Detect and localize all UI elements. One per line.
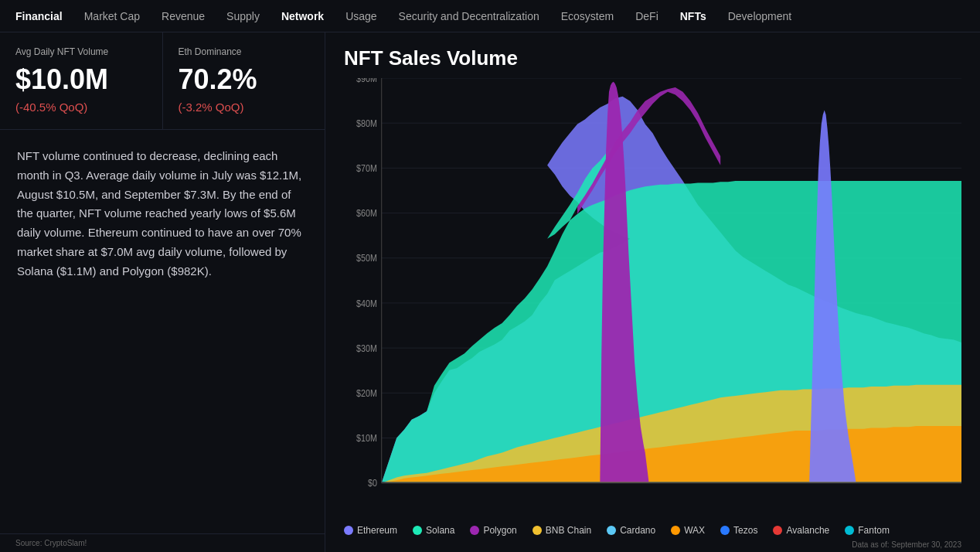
svg-text:Sep-2023: Sep-2023	[906, 490, 938, 500]
legend-label-tezos: Tezos	[733, 525, 757, 536]
nft-volume-label: Avg Daily NFT Volume	[15, 46, 147, 57]
nav-item-security[interactable]: Security and Decentralization	[399, 10, 539, 22]
svg-text:Jun-2023: Jun-2023	[748, 490, 780, 500]
svg-text:Jan-2023: Jan-2023	[538, 490, 570, 500]
legend-label-cardano: Cardano	[620, 525, 655, 536]
description-panel: NFT volume continued to decrease, declin…	[0, 130, 325, 533]
legend-dot-tezos	[720, 526, 730, 535]
legend-item-fantom: Fantom	[845, 525, 890, 536]
main-layout: Avg Daily NFT Volume $10.0M (-40.5% QoQ)…	[0, 32, 980, 552]
legend-dot-ethereum	[344, 526, 353, 535]
svg-text:$70M: $70M	[356, 162, 377, 174]
svg-text:Dec-2022: Dec-2022	[485, 490, 517, 500]
legend-label-avalanche: Avalanche	[786, 525, 829, 536]
legend-dot-polygon	[470, 526, 479, 535]
nav-item-network[interactable]: Network	[281, 10, 324, 22]
svg-text:$0: $0	[368, 477, 377, 489]
right-panel: NFT Sales Volume	[325, 32, 980, 552]
data-asof: Data as of: September 30, 2023	[344, 540, 961, 552]
legend-item-tezos: Tezos	[720, 525, 757, 536]
nft-volume-change: (-40.5% QoQ)	[15, 101, 147, 114]
legend-item-bnbchain: BNB Chain	[533, 525, 591, 536]
eth-dominance-change: (-3.2% QoQ)	[179, 101, 310, 114]
svg-text:Mar-2023: Mar-2023	[642, 490, 675, 500]
nav-item-usage[interactable]: Usage	[345, 10, 376, 22]
legend-dot-bnbchain	[533, 526, 542, 535]
legend-item-avalanche: Avalanche	[773, 525, 829, 536]
svg-text:$50M: $50M	[356, 252, 377, 264]
svg-text:$30M: $30M	[356, 342, 377, 354]
legend-dot-avalanche	[773, 526, 782, 535]
legend-dot-solana	[413, 526, 422, 535]
svg-text:Feb-2023: Feb-2023	[590, 490, 622, 500]
chart-area: $90M $80M $70M $60M $50M $40M $30M $20M …	[344, 78, 961, 519]
nav-item-supply[interactable]: Supply	[226, 10, 260, 22]
svg-text:$90M: $90M	[356, 78, 377, 84]
svg-text:Aug-2023: Aug-2023	[853, 490, 886, 500]
metric-card-eth-dominance: Eth Dominance 70.2% (-3.2% QoQ)	[163, 32, 325, 129]
legend-dot-fantom	[845, 526, 854, 535]
svg-text:$60M: $60M	[356, 207, 377, 219]
nav-item-financial[interactable]: Financial	[15, 10, 63, 22]
legend-item-cardano: Cardano	[607, 525, 655, 536]
legend-dot-cardano	[607, 526, 616, 535]
nav-item-defi[interactable]: DeFi	[635, 10, 658, 22]
nft-sales-chart: $90M $80M $70M $60M $50M $40M $30M $20M …	[344, 78, 961, 519]
svg-text:Apr-2023: Apr-2023	[696, 490, 726, 500]
nav-item-marketcap[interactable]: Market Cap	[84, 10, 140, 22]
legend-item-wax: WAX	[671, 525, 705, 536]
svg-text:Jul-2023: Jul-2023	[802, 490, 831, 500]
svg-text:$10M: $10M	[356, 432, 377, 444]
legend-label-bnbchain: BNB Chain	[546, 525, 591, 536]
source-label: Source: CryptoSlam!	[0, 533, 325, 552]
metric-card-nft-volume: Avg Daily NFT Volume $10.0M (-40.5% QoQ)	[0, 32, 163, 129]
nav-item-ecosystem[interactable]: Ecosystem	[561, 10, 614, 22]
legend-label-ethereum: Ethereum	[357, 525, 397, 536]
legend-label-solana: Solana	[426, 525, 454, 536]
nav-item-nfts[interactable]: NFTs	[680, 10, 706, 22]
legend-label-fantom: Fantom	[858, 525, 890, 536]
svg-text:$20M: $20M	[356, 387, 377, 399]
nav-item-revenue[interactable]: Revenue	[162, 10, 205, 22]
legend-label-polygon: Polygon	[483, 525, 516, 536]
legend-label-wax: WAX	[684, 525, 705, 536]
svg-text:Nov-2022: Nov-2022	[431, 490, 464, 500]
eth-dominance-label: Eth Dominance	[179, 46, 310, 57]
legend-dot-wax	[671, 526, 680, 535]
svg-text:$80M: $80M	[356, 118, 377, 129]
chart-legend: Ethereum Solana Polygon BNB Chain Cardan…	[344, 519, 961, 540]
legend-item-ethereum: Ethereum	[344, 525, 397, 536]
nav-item-development[interactable]: Development	[728, 10, 792, 22]
left-panel: Avg Daily NFT Volume $10.0M (-40.5% QoQ)…	[0, 32, 325, 552]
legend-item-polygon: Polygon	[470, 525, 516, 536]
nft-volume-value: $10.0M	[15, 63, 147, 96]
top-nav: Financial Market Cap Revenue Supply Netw…	[0, 0, 980, 32]
legend-item-solana: Solana	[413, 525, 454, 536]
metric-cards: Avg Daily NFT Volume $10.0M (-40.5% QoQ)…	[0, 32, 325, 130]
svg-text:$40M: $40M	[356, 298, 377, 309]
chart-title: NFT Sales Volume	[344, 46, 961, 70]
eth-dominance-value: 70.2%	[179, 63, 310, 96]
svg-text:Oct-2022: Oct-2022	[379, 490, 410, 500]
